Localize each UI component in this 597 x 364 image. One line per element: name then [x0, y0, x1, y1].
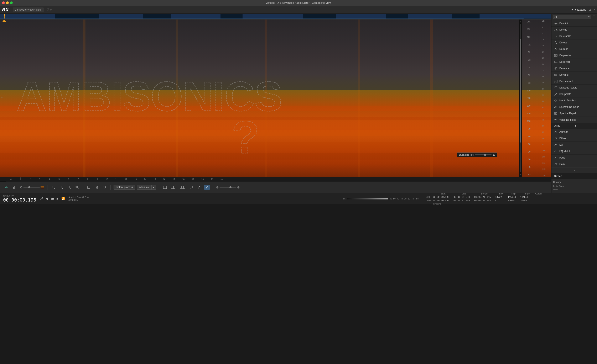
zoom-selection-btn[interactable] [50, 185, 56, 190]
maximize-button[interactable] [10, 1, 13, 4]
zoom-in-h-btn[interactable]: ⊕ [237, 185, 240, 189]
time-format-arrow-icon: ▼ [12, 195, 14, 197]
utility-chevron-icon: ▼ [574, 124, 595, 127]
view-length-value: 00:00:21.955 [474, 199, 495, 202]
paint-brush-btn[interactable] [204, 185, 210, 190]
brightness-slider[interactable] [23, 187, 40, 188]
tab-navigation[interactable]: ⦿ ▶ [47, 8, 52, 11]
db-zoom-out-icon[interactable]: − [520, 173, 521, 176]
level-meter-btn[interactable] [12, 185, 18, 190]
question-mark-text: ? [232, 112, 259, 163]
svg-rect-51 [13, 187, 14, 189]
svg-point-55 [20, 186, 22, 188]
filter-select-wrapper[interactable]: All ▼ [553, 15, 591, 19]
view-mode-2-btn[interactable] [170, 185, 177, 190]
module-item-spectral-repair[interactable]: Spectral Repair [551, 110, 597, 117]
module-item-declick[interactable]: De-click [551, 20, 597, 27]
hand-tool-btn[interactable] [94, 185, 100, 190]
module-item-dehum[interactable]: De-hum [551, 46, 597, 52]
pencil-tool-btn[interactable] [196, 185, 202, 190]
mic-btn[interactable]: 🎤 [39, 197, 44, 201]
module-item-deess[interactable]: De-ess [551, 39, 597, 46]
utility-section-header[interactable]: Utility ▼ [551, 123, 597, 129]
zoom-scroll-btn[interactable] [66, 185, 72, 190]
module-list: De-click De-clip De-crackle [551, 20, 597, 173]
svg-text:11: 11 [115, 178, 118, 181]
close-button[interactable] [2, 1, 5, 4]
module-name-gain: Gain [559, 163, 565, 166]
time-format-bottom: h:m:s.ms [433, 203, 545, 205]
play-btn[interactable]: ▶ [56, 197, 59, 201]
right-panel: All ▼ ☰ De-click De-clip [551, 14, 597, 193]
zoom-out-h-btn[interactable]: ⊖ [216, 185, 219, 189]
skip-back-btn[interactable]: ⏮ [51, 197, 55, 201]
brush-size-value: 19 [493, 153, 495, 156]
instant-process-button[interactable]: Instant process [114, 185, 135, 190]
settings-icon[interactable]: ⚙ [589, 8, 591, 12]
zoom-fit-btn[interactable] [74, 185, 80, 190]
module-item-derustle[interactable]: De-rustle [551, 65, 597, 72]
view-mode-3-btn[interactable] [179, 185, 186, 190]
module-item-azimuth[interactable]: Azimuth [551, 129, 597, 135]
content-area: AMBISONICS ? M 20k 15k 10k 7k 5k 3k 2k 1… [0, 14, 597, 193]
svg-rect-84 [171, 186, 173, 189]
titlebar: iZotope RX 6 Advanced Audio Editor - Com… [0, 0, 597, 6]
history-gain[interactable]: Gain [553, 188, 595, 191]
module-item-deconstruct[interactable]: Deconstruct [551, 78, 597, 84]
zoom-fit-icon [75, 186, 79, 189]
module-item-dewind[interactable]: De-wind [551, 72, 597, 78]
module-item-dither[interactable]: Dither [551, 135, 597, 142]
speech-balloon-btn[interactable] [188, 185, 194, 190]
module-item-decrackle[interactable]: De-crackle [551, 33, 597, 39]
record-btn[interactable]: ⏺ [45, 197, 49, 201]
view-mode-1-btn[interactable] [162, 185, 168, 190]
brush-size-slider[interactable] [475, 154, 492, 155]
active-tab[interactable]: Composite View (4 files) [13, 8, 44, 12]
module-item-deplosive[interactable]: De-plosive [551, 52, 597, 59]
module-item-mouth-declick[interactable]: Mouth De-click [551, 98, 597, 104]
module-name-fade: Fade [559, 156, 565, 159]
expand-utility-btn[interactable]: › [551, 167, 597, 173]
help-icon[interactable]: ? [593, 8, 595, 11]
zoom-h-slider[interactable] [220, 187, 236, 188]
list-view-icon[interactable]: ☰ [592, 15, 595, 19]
svg-point-116 [555, 100, 557, 101]
db-scrollbar[interactable]: + − [519, 20, 522, 177]
attenuate-dropdown-btn[interactable]: ▼ [152, 185, 156, 190]
minimize-button[interactable] [6, 1, 9, 4]
zoom-out-btn[interactable] [58, 185, 64, 190]
mini-timeline[interactable] [0, 14, 551, 20]
module-item-spectral-denoise[interactable]: Spectral De-noise [551, 104, 597, 110]
module-item-interpolate[interactable]: Interpolate [551, 91, 597, 98]
module-item-eq[interactable]: EQ [551, 142, 597, 148]
select-tool-btn[interactable] [86, 185, 92, 190]
sel-length-value: 00:00:21.345 [474, 196, 495, 198]
mini-timeline-bar [0, 14, 551, 19]
module-item-voice-denoise[interactable]: Voice De-noise [551, 117, 597, 123]
svg-text:13: 13 [134, 178, 137, 181]
attenuate-button[interactable]: Attenuate [137, 185, 151, 190]
zoom-scroll-icon [67, 186, 71, 189]
module-item-gain[interactable]: Gain [551, 161, 597, 167]
view-triple-icon [180, 186, 185, 189]
attenuate-control: Attenuate ▼ [137, 185, 156, 190]
svg-rect-4 [303, 14, 336, 19]
module-name-deess: De-ess [559, 41, 567, 44]
db-zoom-in-icon[interactable]: + [520, 20, 521, 23]
gain-icon [554, 162, 558, 166]
sel-range-value: 4446.1 [520, 196, 533, 198]
module-item-declip[interactable]: De-clip [551, 27, 597, 33]
time-format-display[interactable]: h:m:s.ms ▼ [3, 195, 36, 197]
brush-size-thumb[interactable] [484, 154, 486, 156]
module-item-fade[interactable]: Fade [551, 155, 597, 161]
db-scale-bar: -Inf. -60 -50 -40 -30 -20 -10 -3 0 -Inf. [342, 197, 419, 200]
history-initial-state[interactable]: Initial State [553, 184, 595, 188]
module-item-dereverb[interactable]: De-reverb [551, 59, 597, 65]
toolbar-separator-1 [47, 185, 47, 190]
module-item-eq-match[interactable]: EQ Match [551, 148, 597, 155]
module-item-dialogue-isolate[interactable]: Dialogue Isolate [551, 84, 597, 91]
loop-btn[interactable]: 🔁 [61, 197, 65, 201]
waveform-toggle-btn[interactable] [3, 185, 10, 190]
spectrogram-container[interactable]: AMBISONICS ? M 20k 15k 10k 7k 5k 3k 2k 1… [0, 20, 551, 177]
lasso-tool-btn[interactable] [102, 185, 108, 190]
